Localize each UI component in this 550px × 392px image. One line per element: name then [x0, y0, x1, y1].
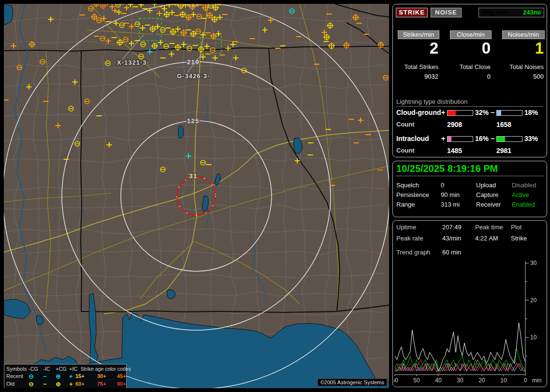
cg-plus-pct: 32%	[475, 109, 489, 116]
age-code: 30+	[97, 373, 106, 379]
system-status-box: 10/25/2025 8:19:16 PM Squelch 0 Upload D…	[392, 161, 547, 217]
uptime-value: 207:49	[442, 224, 462, 231]
svg-text:10: 10	[500, 377, 507, 384]
map-canvas: 31321912531X-1321-3-G-3426-3-	[4, 4, 389, 388]
ic-plus-pct: 16%	[475, 135, 489, 142]
noise-toggle-button[interactable]: NOISE	[431, 8, 462, 17]
svg-text:30: 30	[457, 377, 463, 384]
legend-row-label: Old	[6, 381, 14, 387]
plus-cg-symbol-icon: ⊕	[56, 380, 61, 388]
svg-text:40: 40	[435, 377, 442, 384]
trend-graph-chart: 1020306050403020100min	[394, 259, 547, 385]
peak-time-value: 4:22 AM	[475, 235, 498, 242]
upload-label: Upload	[476, 182, 496, 189]
persistence-label: Persistence	[396, 191, 429, 198]
uptime-label: Uptime	[396, 224, 416, 231]
minus-ic-symbol-icon: −	[43, 373, 47, 380]
plot-label: Plot	[511, 224, 521, 231]
svg-text:125: 125	[187, 117, 200, 125]
divider	[396, 176, 544, 176]
datetime-display: 10/25/2025 8:19:16 PM	[396, 163, 498, 174]
plus-cg-symbol-icon: ⊕	[56, 373, 61, 380]
count-label: Count	[396, 147, 415, 154]
total-close-label: Total Close	[450, 63, 491, 70]
strikes-per-min-value: 2	[398, 39, 438, 57]
trend-box: Uptime 207:49 Peak time Plot Peak rate 4…	[392, 220, 547, 387]
peak-time-label: Peak time	[475, 224, 503, 231]
legend-header: Symbols	[6, 366, 27, 372]
legend-header: +IC	[69, 366, 77, 372]
noises-per-min-value: 1	[502, 39, 544, 57]
receiver-label: Receiver	[476, 201, 501, 208]
close-per-min-button[interactable]: Close/min	[450, 30, 492, 39]
close-per-min-value: 0	[450, 39, 491, 57]
intracloud-label: Intracloud	[396, 135, 429, 142]
squelch-value: 0	[441, 182, 444, 189]
status-panel: STRIKE NOISE Bng 342° 243mi Strikes/min …	[392, 0, 548, 392]
cg-minus-count: 1658	[496, 121, 511, 128]
svg-text:50: 50	[413, 377, 420, 384]
minus-sign: −	[491, 135, 494, 142]
distribution-title: Lightning type distribution	[396, 98, 543, 107]
noises-per-min-button[interactable]: Noises/min	[502, 30, 545, 39]
map-legend: Symbols-CG-IC+CG+ICStrike age color code…	[4, 364, 127, 388]
strikes-per-min-button[interactable]: Strikes/min	[398, 30, 439, 39]
trend-graph-label: Trend graph	[396, 249, 430, 256]
svg-text:min: min	[532, 377, 541, 384]
legend-row-label: Recent	[6, 373, 23, 379]
capture-value: Active	[512, 191, 529, 198]
total-close-value: 0	[450, 73, 491, 80]
copyright-notice: ©2005 Astrogenic Systems	[318, 378, 387, 386]
plus-ic-symbol-icon: +	[69, 380, 73, 388]
ic-minus-count: 2981	[496, 147, 511, 154]
range-value: 313 mi	[441, 201, 460, 208]
peak-rate-label: Peak rate	[396, 235, 423, 242]
ic-minus-pct: 33%	[524, 135, 538, 142]
legend-age-title: Strike age color codes	[81, 366, 131, 372]
total-noises-value: 500	[502, 73, 544, 80]
plot-value: Strike	[511, 235, 527, 242]
age-code: 90+	[117, 381, 126, 387]
plus-ic-symbol-icon: +	[69, 373, 73, 380]
svg-text:31: 31	[189, 172, 197, 180]
total-noises-label: Total Noises	[502, 63, 544, 70]
cg-plus-bar	[447, 110, 473, 116]
counters-box: STRIKE NOISE Bng 342° 243mi Strikes/min …	[392, 4, 547, 157]
svg-text:20: 20	[530, 297, 537, 304]
strike-toggle-button[interactable]: STRIKE	[396, 8, 428, 17]
minus-sign: −	[491, 109, 494, 116]
cg-plus-count: 2908	[447, 121, 462, 128]
svg-text:G-3426-3-: G-3426-3-	[177, 72, 210, 80]
age-code: 45+	[117, 373, 126, 379]
svg-text:X-1321-3-: X-1321-3-	[117, 59, 149, 66]
ic-plus-bar	[447, 136, 473, 142]
minus-cg-symbol-icon: ⊖	[29, 373, 34, 380]
plus-sign: +	[441, 109, 445, 116]
svg-text:20: 20	[478, 377, 485, 384]
svg-text:60: 60	[394, 377, 398, 384]
svg-text:0: 0	[524, 377, 527, 384]
minus-ic-symbol-icon: −	[43, 380, 47, 388]
legend-header: -IC	[43, 366, 50, 372]
plus-sign: +	[441, 135, 445, 142]
bearing-readout: Bng 342° 243mi	[478, 8, 544, 17]
svg-text:10: 10	[530, 334, 537, 341]
persistence-value: 90 min	[441, 191, 460, 198]
trend-graph-value: 60 min	[442, 249, 461, 256]
age-code: 75+	[97, 381, 106, 387]
cloud-ground-label: Cloud-ground	[396, 109, 441, 116]
age-code: 60+	[75, 381, 85, 387]
total-strikes-value: 9032	[398, 73, 438, 80]
capture-label: Capture	[476, 191, 498, 198]
radar-map[interactable]: 31321912531X-1321-3-G-3426-3- Symbols-CG…	[4, 4, 389, 388]
count-label: Count	[396, 121, 415, 128]
bearing-label: Bng 342°	[482, 8, 509, 17]
legend-header: +CG	[56, 366, 67, 372]
squelch-label: Squelch	[396, 182, 419, 189]
ic-plus-count: 1485	[447, 147, 462, 154]
age-code: 15+	[75, 373, 85, 379]
legend-header: -CG	[29, 366, 38, 372]
cg-minus-bar	[496, 110, 522, 116]
ic-minus-bar	[496, 136, 522, 142]
upload-value: Disabled	[512, 182, 536, 189]
